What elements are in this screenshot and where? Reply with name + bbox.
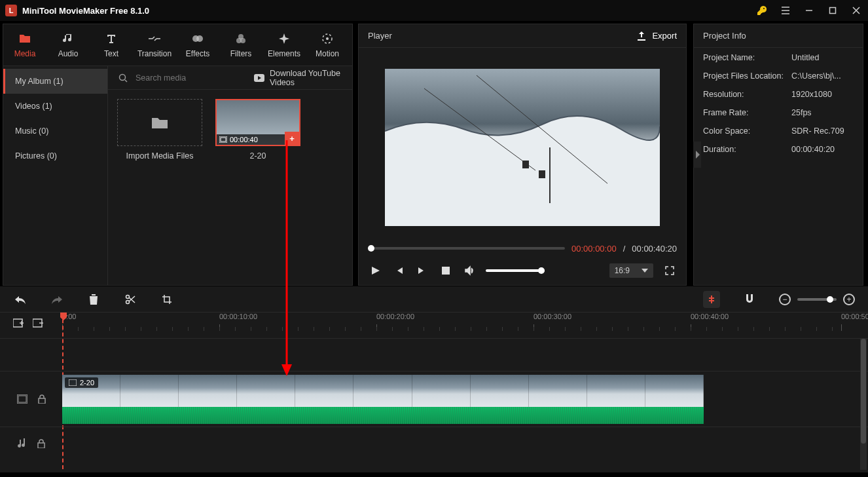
progress-bar[interactable]: [368, 247, 565, 250]
film-icon: [69, 379, 77, 386]
tab-media[interactable]: Media: [3, 24, 46, 66]
export-icon: [636, 31, 647, 41]
stop-button[interactable]: [439, 263, 453, 278]
audio-track-icon: [18, 438, 27, 449]
project-info-panel: Project Info Project Name:Untitled Proje…: [693, 24, 863, 286]
download-youtube-link[interactable]: Download YouTube Videos: [254, 69, 342, 87]
import-media-label: Import Media Files: [126, 151, 194, 161]
zoom-out-button[interactable]: −: [779, 294, 791, 305]
aspect-ratio-select[interactable]: 16:9: [609, 263, 653, 278]
menu-icon[interactable]: [774, 0, 797, 21]
volume-button[interactable]: [462, 263, 477, 278]
video-preview[interactable]: [385, 69, 660, 226]
project-info-title: Project Info: [703, 31, 746, 41]
tab-label: Effects: [186, 49, 209, 58]
proj-name-row: Project Name:Untitled: [703, 53, 854, 62]
timeline-ruler[interactable]: 0:00 00:00:10:00 00:00:20:00 00:00:30:00…: [0, 313, 868, 339]
tab-label: Filters: [230, 49, 252, 58]
filters-icon: [234, 32, 247, 45]
video-track: 2-20: [0, 372, 868, 427]
tab-filters[interactable]: Filters: [219, 24, 262, 66]
timeline-panel: − + 0:00 00:00:10:00 00:00:20:00 00:00:3…: [0, 286, 868, 472]
proj-duration-row: Duration:00:00:40:20: [703, 145, 854, 154]
volume-slider[interactable]: [486, 269, 545, 272]
tab-label: Media: [14, 49, 36, 58]
video-track-icon: [17, 394, 27, 404]
svg-rect-26: [69, 379, 77, 386]
media-clip-thumb[interactable]: 00:00:40 + 2-20: [215, 99, 300, 161]
proj-location-row: Project Files Location:C:\Users\bj\...: [703, 71, 854, 81]
snap-button[interactable]: [703, 291, 720, 308]
tab-elements[interactable]: Elements: [262, 24, 306, 66]
app-title: MiniTool MovieMaker Free 8.1.0: [22, 6, 149, 16]
export-label: Export: [652, 31, 677, 41]
export-button[interactable]: Export: [636, 31, 677, 41]
svg-point-7: [326, 37, 329, 40]
crop-button[interactable]: [160, 292, 174, 307]
svg-rect-16: [539, 170, 545, 178]
effects-icon: [191, 32, 204, 45]
next-frame-button[interactable]: [415, 263, 429, 278]
media-sidebar: My Album (1) Videos (1) Music (0) Pictur…: [3, 66, 108, 285]
timeline-clip[interactable]: 2-20: [62, 375, 704, 424]
lock-icon[interactable]: [37, 439, 45, 448]
import-media-card[interactable]: Import Media Files: [117, 99, 202, 161]
tab-motion[interactable]: Motion: [306, 24, 349, 66]
timeline-scrollbar[interactable]: [860, 339, 867, 470]
undo-button[interactable]: [13, 292, 27, 307]
time-sep: /: [623, 244, 626, 254]
prev-frame-button[interactable]: [391, 263, 406, 278]
tab-label: Transition: [137, 49, 172, 58]
ruler-tick: 00:00:50: [841, 313, 868, 320]
chevron-down-icon: [642, 269, 648, 273]
player-panel: Player Export: [358, 24, 687, 286]
svg-point-5: [240, 38, 245, 43]
sidebar-item-myalbum[interactable]: My Album (1): [3, 69, 107, 94]
license-key-icon[interactable]: [750, 0, 774, 21]
zoom-slider[interactable]: [797, 298, 837, 301]
title-bar: L MiniTool MovieMaker Free 8.1.0: [0, 0, 868, 21]
minimize-button[interactable]: [797, 0, 821, 21]
audio-track: [0, 427, 868, 460]
tab-text[interactable]: Text: [90, 24, 133, 66]
folder-icon: [151, 115, 169, 130]
split-button[interactable]: [123, 292, 137, 307]
add-track-button[interactable]: [13, 318, 25, 328]
film-icon: [219, 136, 227, 143]
svg-point-8: [120, 74, 126, 80]
tab-label: Motion: [316, 49, 339, 58]
svg-rect-15: [522, 161, 529, 168]
remove-track-button[interactable]: [33, 318, 45, 328]
search-input[interactable]: [136, 73, 238, 83]
svg-rect-18: [442, 267, 450, 275]
clip-duration-badge: 00:00:40: [217, 134, 285, 145]
text-icon: [105, 32, 118, 45]
youtube-icon: [254, 74, 264, 82]
clip-name: 2-20: [80, 379, 94, 387]
tab-transition[interactable]: Transition: [133, 24, 176, 66]
svg-rect-24: [18, 396, 26, 402]
sidebar-item-music[interactable]: Music (0): [3, 119, 107, 143]
collapse-project-info[interactable]: [693, 142, 701, 168]
svg-point-2: [196, 35, 203, 42]
tab-effects[interactable]: Effects: [176, 24, 219, 66]
lock-icon[interactable]: [38, 394, 46, 404]
close-button[interactable]: [844, 0, 868, 21]
folder-icon: [18, 32, 31, 45]
tab-audio[interactable]: Audio: [46, 24, 90, 66]
redo-button[interactable]: [50, 292, 64, 307]
ruler-tick: 00:00:40:00: [691, 313, 729, 320]
proj-resolution-row: Resolution:1920x1080: [703, 90, 854, 99]
add-clip-button[interactable]: +: [285, 132, 299, 145]
zoom-in-button[interactable]: +: [843, 294, 855, 305]
tab-label: Text: [104, 49, 118, 58]
fullscreen-button[interactable]: [662, 263, 677, 278]
delete-button[interactable]: [86, 292, 101, 307]
sidebar-item-pictures[interactable]: Pictures (0): [3, 143, 107, 168]
top-tabs: Media Audio Text Transition Effects Filt…: [3, 24, 352, 66]
proj-fps-row: Frame Rate:25fps: [703, 108, 854, 117]
sidebar-item-videos[interactable]: Videos (1): [3, 94, 107, 119]
play-button[interactable]: [368, 263, 382, 278]
maximize-button[interactable]: [821, 0, 844, 21]
magnet-button[interactable]: [742, 292, 757, 307]
